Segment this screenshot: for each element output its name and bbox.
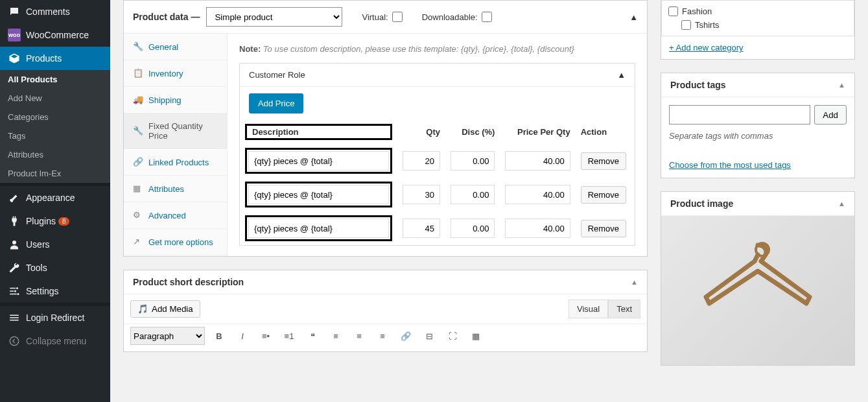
virtual-checkbox[interactable] <box>392 12 403 22</box>
category-checkbox[interactable] <box>668 6 678 16</box>
sidebar-item-plugins[interactable]: Plugins8 <box>0 209 110 233</box>
downloadable-checkbox[interactable] <box>482 12 492 22</box>
submenu-attributes[interactable]: Attributes <box>0 145 110 164</box>
product-type-select[interactable]: Simple product <box>206 7 342 27</box>
qty-input[interactable] <box>403 151 440 171</box>
tab-shipping[interactable]: 🚚Shipping <box>124 87 227 113</box>
tab-fixed-quantity-price[interactable]: 🔧Fixed Quantity Price <box>124 113 227 149</box>
grid-icon: ▦ <box>133 183 143 194</box>
add-media-button[interactable]: 🎵Add Media <box>130 300 200 318</box>
wrench-icon <box>8 261 21 274</box>
ppq-input[interactable] <box>505 185 570 204</box>
remove-button[interactable]: Remove <box>581 220 626 237</box>
fullscreen-icon[interactable]: ⛶ <box>443 327 462 345</box>
plug-icon <box>8 215 21 228</box>
align-left-icon[interactable]: ≡ <box>327 327 345 345</box>
remove-button[interactable]: Remove <box>581 186 626 204</box>
submenu-tags[interactable]: Tags <box>0 126 110 145</box>
sidebar-item-comments[interactable]: Comments <box>0 0 110 23</box>
col-qty: Qty <box>397 120 445 144</box>
desc-input[interactable] <box>248 151 389 171</box>
ext-icon: ↗ <box>133 237 143 247</box>
short-description-panel: Product short description▲ 🎵Add Media Vi… <box>123 270 648 352</box>
wrench-icon: 🔧 <box>133 126 143 136</box>
ppq-input[interactable] <box>505 151 570 171</box>
svg-point-4 <box>10 337 19 346</box>
truck-icon: 🚚 <box>133 95 143 105</box>
sidebar-item-appearance[interactable]: Appearance <box>0 186 110 209</box>
disc-input[interactable] <box>451 185 495 204</box>
svg-point-2 <box>14 290 16 292</box>
chevron-up-icon[interactable]: ▲ <box>617 70 626 80</box>
bold-icon[interactable]: B <box>210 327 228 345</box>
more-icon[interactable]: ⊟ <box>420 327 438 345</box>
submenu-product-imex[interactable]: Product Im-Ex <box>0 164 110 183</box>
svg-point-0 <box>12 241 16 244</box>
sidebar-item-settings[interactable]: Settings <box>0 279 110 303</box>
template-note: Note: To use custom description, please … <box>239 44 635 54</box>
desc-input[interactable] <box>248 185 389 204</box>
product-image[interactable] <box>661 216 854 365</box>
comment-icon <box>8 5 21 18</box>
admin-sidebar: Comments wooWooCommerce Products All Pro… <box>0 0 110 402</box>
svg-point-3 <box>18 293 19 295</box>
virtual-label: Virtual: <box>362 12 388 22</box>
chevron-up-icon[interactable]: ▲ <box>629 12 638 22</box>
add-tag-button[interactable]: Add <box>814 105 847 124</box>
role-title: Customer Role <box>249 70 305 80</box>
tab-inventory[interactable]: 📋Inventory <box>124 60 227 87</box>
submenu-all-products[interactable]: All Products <box>0 70 110 89</box>
choose-tags-link[interactable]: Choose from the most used tags <box>669 160 791 170</box>
align-right-icon[interactable]: ≡ <box>373 327 392 345</box>
sidebar-item-users[interactable]: Users <box>0 233 110 256</box>
product-data-panel: Product data — Simple product Virtual: D… <box>123 0 648 257</box>
col-description: Description <box>248 127 299 137</box>
category-item[interactable]: Tshirts <box>662 18 854 32</box>
tab-advanced[interactable]: ⚙Advanced <box>124 202 227 229</box>
disc-input[interactable] <box>451 151 495 171</box>
sliders-icon <box>8 285 21 298</box>
category-item[interactable]: Fashion <box>662 5 854 18</box>
plugins-badge: 8 <box>58 217 70 226</box>
qty-input[interactable] <box>403 185 440 204</box>
ol-icon[interactable]: ≡1 <box>280 327 298 345</box>
chevron-up-icon[interactable]: ▲ <box>631 278 638 286</box>
disc-input[interactable] <box>451 219 495 238</box>
submenu-categories[interactable]: Categories <box>0 108 110 126</box>
visual-tab[interactable]: Visual <box>569 300 608 318</box>
sidebar-item-products[interactable]: Products <box>0 47 110 70</box>
chevron-up-icon[interactable]: ▲ <box>838 81 845 89</box>
quote-icon[interactable]: ❝ <box>303 327 322 345</box>
italic-icon[interactable]: I <box>233 327 252 345</box>
tab-attributes[interactable]: ▦Attributes <box>124 176 227 202</box>
desc-input[interactable] <box>248 219 389 238</box>
qty-input[interactable] <box>403 219 440 238</box>
sidebar-item-collapse[interactable]: Collapse menu <box>0 329 110 353</box>
text-tab[interactable]: Text <box>608 300 640 318</box>
tag-input[interactable] <box>669 105 810 124</box>
sidebar-item-tools[interactable]: Tools <box>0 256 110 279</box>
align-center-icon[interactable]: ≡ <box>350 327 368 345</box>
short-desc-title: Product short description <box>133 277 244 287</box>
submenu-add-new[interactable]: Add New <box>0 89 110 108</box>
svg-point-1 <box>16 287 18 289</box>
format-select[interactable]: Paragraph <box>130 327 205 345</box>
sidebar-item-woocommerce[interactable]: wooWooCommerce <box>0 23 110 47</box>
product-tags-panel: Product tags▲ Add Separate tags with com… <box>661 73 855 178</box>
toolbar-toggle-icon[interactable]: ▦ <box>467 327 485 345</box>
tab-get-more-options[interactable]: ↗Get more options <box>124 229 227 255</box>
add-price-button[interactable]: Add Price <box>249 93 303 113</box>
sidebar-item-login-redirect[interactable]: Login Redirect <box>0 306 110 329</box>
remove-button[interactable]: Remove <box>581 152 626 170</box>
media-icon: 🎵 <box>137 304 148 314</box>
add-new-category-link[interactable]: + Add new category <box>669 43 744 53</box>
downloadable-label: Downloadable: <box>422 12 478 22</box>
price-row: Remove <box>240 178 635 211</box>
link-icon[interactable]: 🔗 <box>397 327 415 345</box>
ul-icon[interactable]: ≡• <box>257 327 275 345</box>
ppq-input[interactable] <box>505 219 570 238</box>
tab-linked-products[interactable]: 🔗Linked Products <box>124 149 227 176</box>
chevron-up-icon[interactable]: ▲ <box>838 200 845 207</box>
category-checkbox[interactable] <box>681 20 691 30</box>
tab-general[interactable]: 🔧General <box>124 34 227 60</box>
